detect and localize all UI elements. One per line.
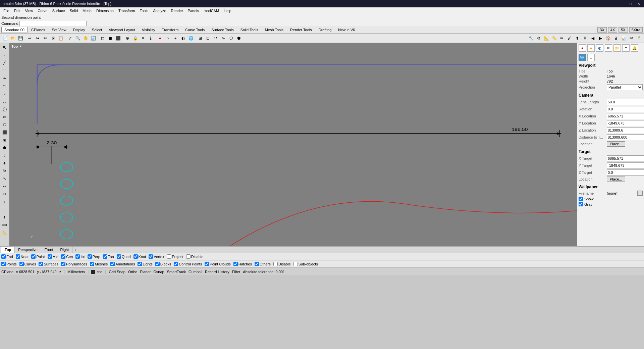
close-button[interactable]: ✕ <box>636 1 641 6</box>
open-file-icon[interactable]: 📂 <box>9 35 16 42</box>
smarttrack-toggle[interactable]: SmartTrack <box>167 270 186 274</box>
tab-curve-tools[interactable]: Curve Tools <box>182 27 208 33</box>
zoom-4x[interactable]: 4X <box>608 27 617 33</box>
new-file-icon[interactable]: 📄 <box>1 35 9 42</box>
osnap-int-checkbox[interactable] <box>75 254 80 259</box>
tab-surface-tools[interactable]: Surface Tools <box>208 27 236 33</box>
circle-tool[interactable]: ○ <box>1 90 8 97</box>
menu-panels[interactable]: Panels <box>186 8 201 13</box>
circle-dark-icon[interactable]: ● <box>172 35 179 42</box>
globe-icon[interactable]: 🌐 <box>187 35 195 42</box>
right-icon-11[interactable]: 🏠 <box>604 35 612 42</box>
projection-select[interactable]: Parallel Perspective <box>607 84 643 90</box>
osnap-quad-checkbox[interactable] <box>117 254 121 259</box>
right-icon-4[interactable]: 📏 <box>550 35 558 42</box>
polyline-tool[interactable]: ⌒ <box>1 67 8 74</box>
ellipse-tool[interactable]: ◯ <box>1 105 8 113</box>
zoom-extents-icon[interactable]: ⤢ <box>66 35 74 42</box>
right-icon-5[interactable]: ✏ <box>558 35 566 42</box>
record-history-toggle[interactable]: Record History <box>205 270 229 274</box>
z-location-input[interactable] <box>607 127 644 133</box>
osnap-vertex-checkbox[interactable] <box>149 254 153 259</box>
scale-tool[interactable]: ⤡ <box>1 175 8 182</box>
help-icon[interactable]: ? <box>635 35 643 42</box>
freeform-tool[interactable]: 〜 <box>1 82 8 90</box>
env-icon[interactable]: ◐ <box>596 44 603 52</box>
curve-tool-icon[interactable]: ∿ <box>220 35 227 42</box>
circle-red-icon[interactable]: ● <box>156 35 164 42</box>
osnap-end-checkbox[interactable] <box>1 254 6 259</box>
filter-ctrlpoints-checkbox[interactable] <box>174 262 178 266</box>
object-properties-icon[interactable]: □ <box>587 54 595 61</box>
menu-dimension[interactable]: Dimension <box>94 8 116 13</box>
zoom-5x[interactable]: 5X <box>619 27 628 33</box>
box-tool[interactable]: ⬛ <box>1 129 8 136</box>
osnap-knot-checkbox[interactable] <box>133 254 138 259</box>
layer-icon[interactable]: ≡ <box>139 35 147 42</box>
color-sphere-icon[interactable]: ● <box>579 44 586 52</box>
tab-visibility[interactable]: Visibility <box>139 27 158 33</box>
surface-icon[interactable]: ⬡ <box>227 35 235 42</box>
camera-place-button[interactable]: Place... <box>607 141 625 147</box>
properties-icon[interactable]: ℹ <box>147 35 154 42</box>
right-icon-13[interactable]: 📊 <box>620 35 627 42</box>
menu-solid[interactable]: Solid <box>68 8 80 13</box>
osnap-project-checkbox[interactable] <box>167 254 171 259</box>
color-highlight-icon[interactable]: ● <box>587 44 595 52</box>
wallpaper-gray-checkbox[interactable] <box>579 202 583 206</box>
rotate-view-icon[interactable]: 🔄 <box>90 35 97 42</box>
right-icon-3[interactable]: 📐 <box>543 35 550 42</box>
layers-icon[interactable]: ≡ <box>622 44 630 52</box>
tab-setview[interactable]: Set View <box>49 27 69 33</box>
filter-disable-checkbox[interactable] <box>273 262 278 266</box>
rotation-input[interactable] <box>607 106 644 112</box>
y-location-input[interactable] <box>607 120 644 126</box>
tab-solid-tools[interactable]: Solid Tools <box>237 27 261 33</box>
cut-icon[interactable]: ✂ <box>42 35 49 42</box>
planar-toggle[interactable]: Planar <box>140 270 151 274</box>
tab-display[interactable]: Display <box>70 27 88 33</box>
tab-render-tools[interactable]: Render Tools <box>287 27 315 33</box>
copy-icon[interactable]: ⎘ <box>49 35 57 42</box>
tab-standard00[interactable]: Standard 00 <box>1 27 28 33</box>
osnap-perp-checkbox[interactable] <box>88 254 92 259</box>
filter-lights-checkbox[interactable] <box>138 262 142 266</box>
wallpaper-show-checkbox[interactable] <box>579 197 583 201</box>
zoom-5xtra[interactable]: 5Xtra <box>629 27 643 33</box>
pan-icon[interactable]: ✋ <box>82 35 89 42</box>
filter-polysurfaces-checkbox[interactable] <box>61 262 65 266</box>
filter-blocks-checkbox[interactable] <box>155 262 160 266</box>
menu-file[interactable]: File <box>1 8 11 13</box>
curve-tool[interactable]: ∿ <box>1 74 8 82</box>
paste-icon[interactable]: 📋 <box>57 35 64 42</box>
filter-surfaces-checkbox[interactable] <box>39 262 43 266</box>
view-tab-top[interactable]: Top <box>1 247 15 253</box>
osnap-near-checkbox[interactable] <box>16 254 20 259</box>
fillet-tool[interactable]: ⌒ <box>1 206 8 213</box>
tab-drafting[interactable]: Drafting <box>316 27 335 33</box>
folder-icon[interactable]: 📁 <box>613 44 621 52</box>
right-icon-1[interactable]: 🔧 <box>527 35 535 42</box>
menu-render[interactable]: Render <box>169 8 185 13</box>
x-location-input[interactable] <box>607 113 644 119</box>
select-tool[interactable]: ↖ <box>1 44 8 51</box>
view-tab-add[interactable]: + <box>72 247 78 252</box>
target-place-button[interactable]: Place... <box>607 177 625 182</box>
viewport-canvas[interactable]: 196.50 2.30 <box>9 43 577 246</box>
arc-tool[interactable]: ◡ <box>1 98 8 105</box>
mesh-icon[interactable]: ⬢ <box>235 35 243 42</box>
osnap-cen-checkbox[interactable] <box>61 254 65 259</box>
polygon-tool[interactable]: ⬡ <box>1 121 8 128</box>
right-icon-7[interactable]: ⬆ <box>574 35 581 42</box>
tab-select[interactable]: Select <box>89 27 105 33</box>
filter-subobjects-checkbox[interactable] <box>293 262 298 266</box>
redo-icon[interactable]: ↪ <box>34 35 41 42</box>
rectangle-tool[interactable]: ▭ <box>1 113 8 120</box>
shade-mode-icon[interactable]: ◼ <box>107 35 114 42</box>
viewport-dropdown-icon[interactable]: ▼ <box>19 45 22 48</box>
menu-tools[interactable]: Tools <box>138 8 151 13</box>
zoom-3x[interactable]: 3X <box>597 27 606 33</box>
menu-madcam[interactable]: madCAM <box>202 8 221 13</box>
ortho-toggle[interactable]: Ortho <box>128 270 138 274</box>
filter-toggle[interactable]: Filter <box>232 270 240 274</box>
